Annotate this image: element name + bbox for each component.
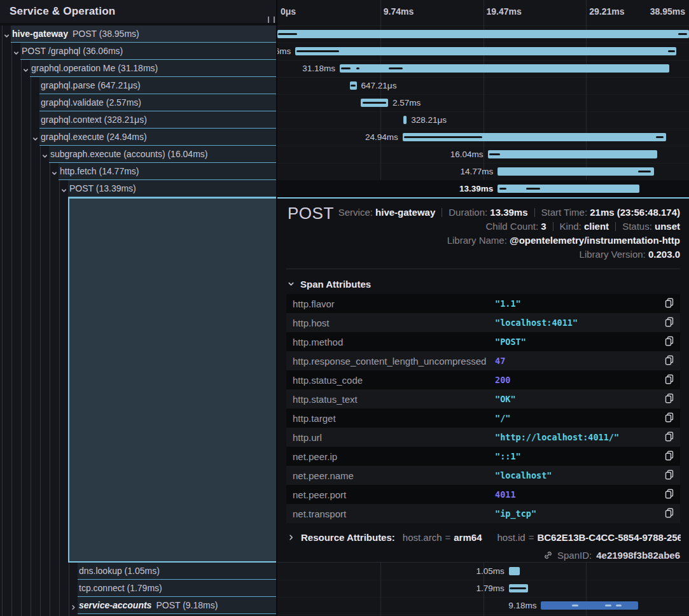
span-tree-row[interactable]: graphql.execute (24.94ms) (0, 129, 276, 146)
span-tree-row[interactable]: graphql.parse (647.21μs) (0, 77, 276, 94)
span-detail-title: POST (288, 204, 334, 223)
copy-button[interactable] (663, 336, 676, 347)
span-tree-row[interactable]: service-accountsPOST (9.18ms) (0, 597, 276, 614)
chevron-down-icon[interactable] (51, 168, 58, 179)
span-bar[interactable] (488, 150, 657, 158)
span-bar-row[interactable]: 16.04ms (277, 146, 689, 164)
meta-value: 0.203.0 (648, 249, 680, 260)
span-bar-row[interactable]: 647.21μs (277, 77, 689, 95)
span-tree-row[interactable]: POST /graphql (36.06ms) (0, 43, 276, 60)
copy-icon (665, 358, 674, 367)
span-bar[interactable] (295, 47, 676, 55)
chevron-down-icon[interactable] (13, 48, 20, 59)
chevron-down-icon[interactable] (41, 151, 48, 162)
copy-button[interactable] (663, 393, 676, 405)
copy-icon (665, 300, 674, 310)
bar-subsegment (656, 136, 664, 138)
copy-button[interactable] (663, 508, 676, 519)
span-bar-row[interactable]: 1.05ms (277, 563, 689, 580)
attribute-row: http.response_content_length_uncompresse… (286, 351, 680, 370)
span-bar-row[interactable]: 38.95ms (277, 25, 689, 43)
attribute-row: net.peer.name"localhost" (286, 466, 680, 485)
span-attributes-toggle[interactable]: Span Attributes (288, 279, 371, 290)
copy-button[interactable] (663, 317, 676, 328)
chevron-right-icon[interactable] (70, 602, 77, 613)
link-icon[interactable] (543, 550, 553, 560)
span-bar[interactable] (340, 64, 669, 73)
span-bar[interactable] (509, 584, 528, 592)
bar-subsegment (404, 136, 482, 138)
ruler-tick: 0μs (281, 6, 296, 17)
duration-label: 2.57ms (393, 98, 421, 108)
copy-button[interactable] (663, 298, 676, 309)
chevron-down-icon[interactable] (3, 31, 10, 42)
bar-subsegment (638, 171, 651, 172)
operation-label: http.fetch (14.77ms) (60, 166, 139, 176)
span-bar-row[interactable]: 9.18ms (277, 597, 689, 615)
span-bar-row[interactable]: 2.57ms (277, 94, 689, 112)
attribute-key: net.peer.ip (293, 451, 337, 462)
resource-key: host.arch (403, 532, 442, 543)
span-bar[interactable] (277, 30, 689, 38)
meta-value: 13.39ms (490, 207, 527, 218)
bar-subsegment (572, 605, 578, 606)
tree-header: Service & Operation (0, 0, 276, 23)
duration-label: 1.79ms (477, 584, 505, 593)
chevron-down-icon[interactable] (32, 134, 39, 145)
span-tree-row[interactable]: POST (13.39ms) (0, 180, 276, 197)
span-bar[interactable] (498, 185, 639, 193)
attribute-key: http.host (293, 318, 330, 328)
span-bar[interactable] (350, 81, 357, 90)
copy-button[interactable] (663, 374, 676, 386)
meta-value: client (584, 221, 609, 232)
span-tree-row[interactable]: tcp.connect (1.79ms) (0, 580, 276, 597)
span-tree-row[interactable]: http.fetch (14.77ms) (0, 163, 276, 180)
span-bar-row[interactable]: 13.39ms (277, 180, 689, 198)
span-bar[interactable] (509, 567, 520, 575)
copy-button[interactable] (663, 412, 676, 424)
attribute-row: http.target"/" (286, 409, 680, 428)
span-tree-row[interactable]: dns.lookup (1.05ms) (0, 563, 276, 580)
panel-divider[interactable] (276, 0, 277, 616)
span-tree-row[interactable]: graphql.validate (2.57ms) (0, 94, 276, 111)
span-bar[interactable] (403, 116, 407, 124)
duration-label: 13.39ms (459, 184, 493, 193)
ruler-tick: 29.21ms (589, 6, 624, 17)
span-bar-row[interactable]: 31.18ms (277, 60, 689, 78)
span-tree-row[interactable]: subgraph.execute (accounts) (16.04ms) (0, 146, 276, 163)
copy-button[interactable] (663, 355, 676, 367)
copy-button[interactable] (663, 451, 676, 462)
span-tree-row[interactable]: graphql.operation Me (31.18ms) (0, 60, 276, 77)
copy-button[interactable] (663, 489, 676, 500)
span-bar-row[interactable]: 328.21μs (277, 111, 689, 129)
span-bar[interactable] (498, 167, 653, 176)
copy-button[interactable] (663, 431, 676, 443)
chevron-down-icon[interactable] (60, 185, 67, 197)
bar-subsegment (605, 605, 611, 606)
span-tree-row[interactable]: hive-gatewayPOST (38.95ms) (0, 25, 276, 43)
span-id-row: SpanID: 4e21998f3b82abe6 (543, 550, 680, 561)
resource-attributes-row[interactable]: Resource Attributes:host.arch=arm64host.… (288, 532, 681, 543)
column-resizer-grip[interactable] (268, 17, 275, 23)
span-bar[interactable] (541, 601, 637, 610)
duration-label: 14.77ms (461, 167, 494, 176)
span-bar[interactable] (361, 99, 388, 107)
copy-icon (665, 453, 674, 463)
span-bar-row[interactable]: 1.79ms (277, 580, 689, 598)
copy-icon (665, 491, 674, 501)
span-tree-row[interactable]: graphql.context (328.21μs) (0, 111, 276, 129)
span-id-label: SpanID: (557, 550, 592, 561)
span-bar-row[interactable]: 14.77ms (277, 163, 689, 181)
attribute-row: net.transport"ip_tcp" (286, 504, 680, 523)
bar-subsegment (526, 188, 540, 190)
duration-label: 16.04ms (450, 150, 484, 159)
operation-label: hive-gatewayPOST (38.95ms) (12, 29, 139, 39)
operation-label: dns.lookup (1.05ms) (79, 566, 160, 576)
span-bar[interactable] (403, 133, 666, 141)
meta-separator (553, 222, 553, 231)
span-bar-row[interactable]: 24.94ms (277, 129, 689, 146)
span-bar-row[interactable]: 36.06ms (277, 43, 689, 60)
copy-icon (665, 319, 674, 329)
chevron-down-icon[interactable] (22, 65, 29, 76)
copy-button[interactable] (663, 470, 676, 481)
